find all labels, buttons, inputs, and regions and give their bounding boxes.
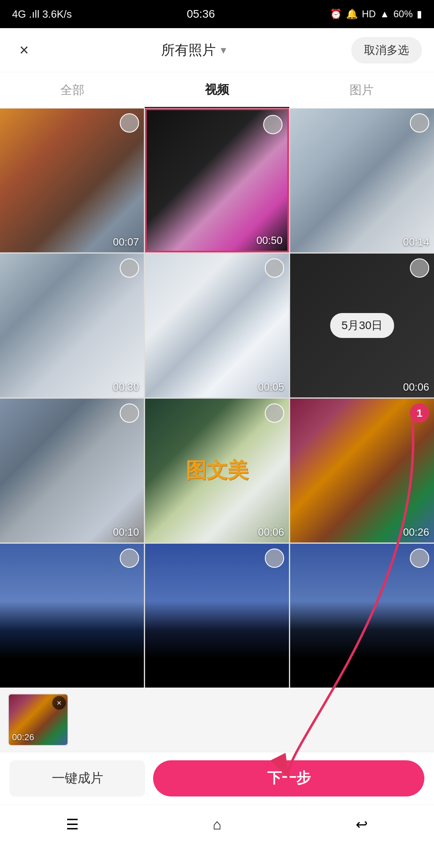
media-cell-5[interactable]: 00:05 bbox=[145, 254, 289, 397]
tab-photo-label: 图片 bbox=[350, 82, 374, 98]
tab-video-label: 视频 bbox=[205, 82, 229, 98]
select-circle-7 bbox=[120, 403, 139, 423]
select-circle-6 bbox=[410, 258, 429, 278]
one-click-button[interactable]: 一键成片 bbox=[10, 760, 145, 796]
nav-menu[interactable]: ☰ bbox=[56, 813, 88, 837]
action-bar: 一键成片 下一步 bbox=[0, 752, 434, 804]
alarm-icon: ⏰ bbox=[330, 8, 342, 20]
media-cell-9[interactable]: 00:261 bbox=[290, 399, 434, 542]
tab-all-label: 全部 bbox=[60, 82, 84, 98]
wifi-icon: ▲ bbox=[380, 8, 389, 20]
select-circle-10 bbox=[120, 549, 139, 568]
cell-duration-9: 00:26 bbox=[403, 526, 429, 538]
select-circle-12 bbox=[410, 549, 429, 568]
media-cell-12[interactable] bbox=[290, 544, 434, 688]
media-cell-6[interactable]: 00:065月30日 bbox=[290, 254, 434, 397]
media-cell-1[interactable]: 00:07 bbox=[0, 108, 144, 252]
status-time: 05:36 bbox=[187, 8, 215, 20]
media-cell-11[interactable] bbox=[145, 544, 289, 688]
cell-duration-3: 00:14 bbox=[403, 236, 429, 248]
status-bar: 4G .ıll 3.6K/s 05:36 ⏰ 🔔 HD ▲ 60% ▮ bbox=[0, 0, 434, 28]
preview-thumb-1: ×00:26 bbox=[8, 694, 68, 746]
battery-label: 60% bbox=[393, 8, 413, 20]
back-icon: ↩ bbox=[356, 816, 368, 833]
cell-duration-2: 00:50 bbox=[256, 234, 283, 247]
close-button[interactable]: × bbox=[12, 38, 36, 62]
media-cell-4[interactable]: 00:30 bbox=[0, 254, 144, 397]
cell-duration-1: 00:07 bbox=[113, 236, 139, 248]
multi-select-button[interactable]: 取消多选 bbox=[351, 37, 422, 63]
nav-back[interactable]: ↩ bbox=[346, 813, 378, 837]
tab-bar: 全部 视频 图片 bbox=[0, 72, 434, 108]
select-circle-8 bbox=[265, 403, 284, 423]
select-circle-1 bbox=[120, 113, 139, 133]
select-circle-3 bbox=[410, 113, 429, 133]
select-circle-2 bbox=[263, 115, 283, 134]
cell-duration-7: 00:10 bbox=[113, 526, 139, 538]
nav-home[interactable]: ⌂ bbox=[201, 813, 233, 837]
status-signal: 4G .ıll 3.6K/s bbox=[12, 8, 72, 20]
signal-text: 4G .ıll 3.6K/s bbox=[12, 8, 72, 20]
album-title-label: 所有照片 bbox=[161, 41, 216, 59]
media-cell-2[interactable]: 00:50 bbox=[145, 108, 289, 252]
cell-duration-8: 00:06 bbox=[258, 526, 284, 538]
preview-close-1[interactable]: × bbox=[52, 696, 66, 710]
tab-photo[interactable]: 图片 bbox=[289, 72, 434, 108]
next-button[interactable]: 下一步 bbox=[153, 760, 424, 796]
cell-duration-6: 00:06 bbox=[403, 381, 429, 393]
media-cell-7[interactable]: 00:10 bbox=[0, 399, 144, 542]
bell-icon: 🔔 bbox=[346, 8, 358, 20]
media-cell-8[interactable]: 00:06图文美 bbox=[145, 399, 289, 542]
bottom-nav: ☰ ⌂ ↩ bbox=[0, 804, 434, 844]
tab-video[interactable]: 视频 bbox=[145, 72, 289, 108]
nav-title[interactable]: 所有照片 ▾ bbox=[161, 41, 226, 59]
media-cell-3[interactable]: 00:14 bbox=[290, 108, 434, 252]
menu-icon: ☰ bbox=[66, 816, 79, 833]
watermark-8: 图文美 bbox=[186, 457, 248, 485]
tab-all[interactable]: 全部 bbox=[0, 72, 145, 108]
cell-duration-4: 00:30 bbox=[113, 381, 139, 393]
chevron-down-icon: ▾ bbox=[221, 43, 226, 57]
media-cell-10[interactable] bbox=[0, 544, 144, 688]
select-circle-11 bbox=[265, 549, 284, 568]
media-grid: 00:0700:5000:1400:3000:0500:065月30日00:10… bbox=[0, 108, 434, 688]
status-icons: ⏰ 🔔 HD ▲ 60% ▮ bbox=[330, 8, 422, 20]
battery-icon: ▮ bbox=[417, 8, 422, 20]
select-badge-9: 1 bbox=[410, 403, 429, 423]
select-circle-5 bbox=[265, 258, 284, 278]
cell-duration-5: 00:05 bbox=[258, 381, 284, 393]
home-icon: ⌂ bbox=[213, 816, 221, 833]
top-nav: × 所有照片 ▾ 取消多选 bbox=[0, 28, 434, 72]
date-badge-6: 5月30日 bbox=[330, 313, 394, 338]
preview-bar: ×00:26 bbox=[0, 688, 434, 752]
hd-label: HD bbox=[362, 8, 376, 20]
select-circle-4 bbox=[120, 258, 139, 278]
preview-duration-1: 00:26 bbox=[12, 732, 34, 743]
media-grid-wrapper: 00:0700:5000:1400:3000:0500:065月30日00:10… bbox=[0, 108, 434, 688]
